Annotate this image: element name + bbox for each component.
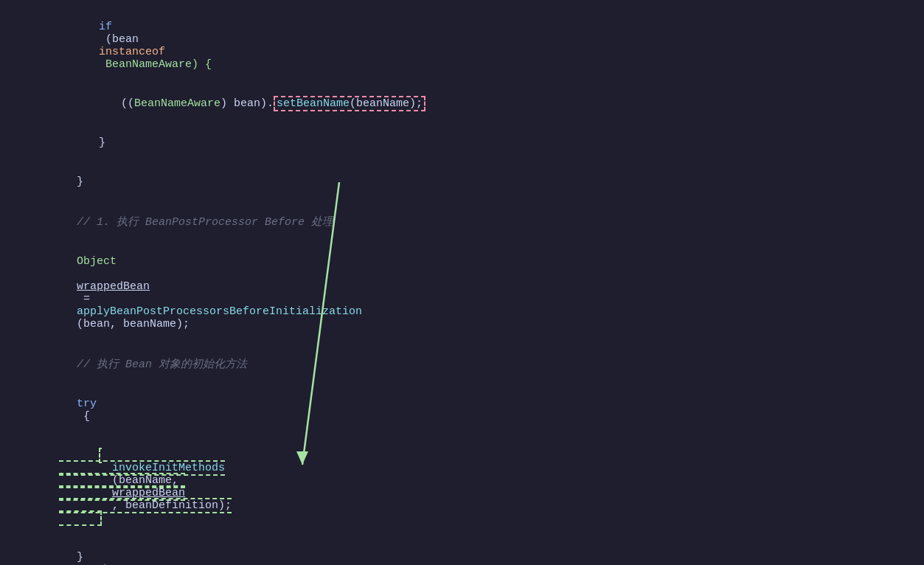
code-line-2: ((BeanNameAware) bean).setBeanName(beanN… [0,84,924,123]
code-line-1: if (bean instanceof BeanNameAware) { [0,7,924,84]
code-line-6: Object wrappedBean = applyBeanPostProces… [0,242,924,344]
code-line-10: } catch ( Exception e) { [0,538,924,565]
code-line-7: // 执行 Bean 对象的初始化方法 [0,344,924,384]
code-editor: if (bean instanceof BeanNameAware) { ((B… [0,0,924,565]
code-line-3: } [0,123,924,162]
green-highlight-invokeInitMethods: invokeInitMethods (beanName, wrappedBean… [59,448,232,526]
code-line-8: try { [0,384,924,436]
keyword-instanceof: instanceof [99,46,165,58]
red-highlight-setBeanName: setBeanName(beanName); [274,96,425,111]
code-line-4: } [0,162,924,201]
code-line-9: invokeInitMethods (beanName, wrappedBean… [0,436,924,538]
keyword-if: if [99,21,112,33]
code-line-5: // 1. 执行 BeanPostProcessor Before 处理 [0,201,924,242]
